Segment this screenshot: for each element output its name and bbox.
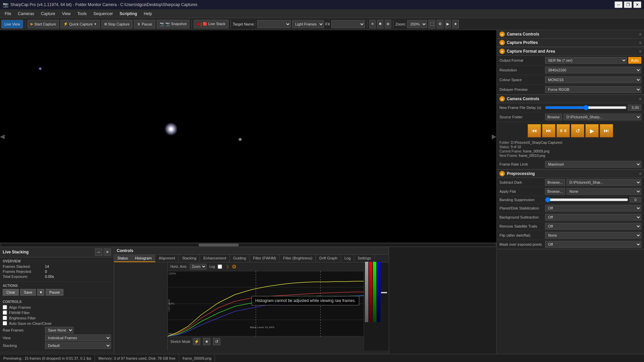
cross-btn[interactable]: ✖ — [377, 20, 383, 28]
zoom-select[interactable]: 200% — [407, 20, 427, 28]
menu-sequencer[interactable]: Sequencer — [90, 11, 116, 17]
transport-refresh-button[interactable]: ↺ — [571, 124, 584, 137]
remove-sat-trails-select[interactable]: Off — [545, 223, 641, 230]
arrow-button[interactable]: ▶ — [445, 20, 451, 28]
planet-disk-stab-select[interactable]: Off — [545, 205, 641, 212]
transport-play-button[interactable]: ▶ — [585, 124, 599, 137]
next-frame-label: Next Frame: — [499, 154, 518, 158]
mask-overexposed-select[interactable]: Off — [545, 241, 641, 248]
camera-scrollbar-h[interactable] — [0, 243, 496, 247]
apply-flat-select[interactable]: None — [567, 188, 641, 195]
auto-save-checkbox[interactable] — [3, 321, 7, 325]
subtract-dark-select[interactable]: D:\Pictures\0_Shar... — [567, 179, 641, 186]
auto-button[interactable]: Auto — [628, 57, 641, 64]
mask-overexposed-val: Off — [545, 241, 641, 248]
tab-filter-fwhm[interactable]: Filter (FWHM) — [250, 255, 280, 262]
ls-stacking-select[interactable]: Default — [45, 342, 111, 349]
source-folder-label: Source Folder — [499, 115, 543, 119]
live-stack-button[interactable]: | 🔴 Live Stack — [194, 20, 228, 28]
tab-filter-brightness[interactable]: Filter (Brightness) — [280, 255, 316, 262]
zoom-fit-button[interactable]: ⛶ — [428, 20, 435, 28]
ls-view-select[interactable]: Individual Frames — [45, 335, 111, 341]
banding-suppression-slider[interactable] — [545, 197, 628, 202]
capture-profiles-header[interactable]: ▲ Capture Profiles ≡ — [497, 39, 644, 47]
new-frame-delay-slider[interactable] — [545, 105, 627, 110]
source-folder-browse-button[interactable]: Browse — [545, 114, 562, 120]
settings-button[interactable]: ⚙ — [437, 20, 443, 28]
transport-prev-button[interactable]: ⏭ — [542, 124, 555, 137]
capture-format-header[interactable]: ▲ Capture Format and Area ≡ — [497, 47, 644, 56]
transport-pause-button[interactable]: ⏸⏸ — [556, 124, 570, 137]
bg-subtraction-select[interactable]: Off — [545, 214, 641, 221]
quick-capture-button[interactable]: ⚡ Quick Capture ▼ — [60, 20, 100, 28]
camera-controls-sub-header[interactable]: ▲ Camera Controls ≡ — [497, 95, 644, 103]
ls-pause-button[interactable]: Pause — [46, 289, 63, 296]
delete-btn[interactable]: ✕ — [369, 20, 376, 28]
ls-save-button[interactable]: Save — [20, 289, 36, 296]
frame-rate-limit-select[interactable]: Maximum — [545, 161, 641, 168]
fx-select[interactable] — [331, 20, 365, 28]
preprocessing-header[interactable]: ▲ Preprocessing ≡ — [497, 170, 644, 178]
tab-status[interactable]: Status — [114, 255, 131, 262]
stop-capture-button[interactable]: Stop Capture — [101, 20, 133, 28]
stretch-settings-btn[interactable]: ⚡ — [193, 338, 200, 345]
pause-button[interactable]: ⏸ Pause — [134, 20, 155, 28]
tab-settings[interactable]: Settings — [354, 255, 375, 262]
tab-log[interactable]: Log — [341, 255, 354, 262]
brightness-filter-checkbox[interactable] — [3, 316, 7, 320]
close-button[interactable]: ✕ — [633, 1, 641, 8]
menu-tools[interactable]: Tools — [74, 11, 90, 17]
source-folder-select[interactable]: D:\Pictures\0_Sharp... — [564, 114, 641, 120]
menu-scripting[interactable]: Scripting — [116, 11, 141, 17]
menu-file[interactable]: File — [1, 11, 14, 17]
scroll-left-btn[interactable]: ◀ — [0, 133, 5, 140]
scrollbar-thumb[interactable] — [199, 244, 239, 246]
x-btn[interactable]: ⊗ — [385, 20, 391, 28]
fwhm-filter-checkbox[interactable] — [3, 310, 7, 315]
svg-text:0%: 0% — [168, 332, 173, 336]
tab-stacking[interactable]: Stacking — [179, 255, 200, 262]
ls-clear-button[interactable]: Clear — [3, 289, 19, 296]
colour-space-select[interactable]: MONO16 — [545, 76, 641, 83]
tab-alignment[interactable]: Alignment — [155, 255, 179, 262]
align-frames-checkbox[interactable] — [3, 305, 7, 309]
tab-drift-graph[interactable]: Drift Graph — [316, 255, 341, 262]
tab-guiding[interactable]: Guiding — [230, 255, 250, 262]
menu-cameras[interactable]: Cameras — [14, 11, 38, 17]
menu-view[interactable]: View — [59, 11, 74, 17]
subtract-dark-browse-btn[interactable]: Browse... — [545, 179, 565, 186]
camera-view[interactable]: ◀ ▶ — [0, 30, 496, 243]
stretch-star-btn[interactable]: ★ — [203, 338, 210, 345]
transport-skip-back-button[interactable]: ⏮ — [528, 124, 541, 137]
target-name-select[interactable] — [257, 20, 291, 28]
ls-view-label: View — [3, 336, 43, 340]
minimize-button[interactable]: ─ — [614, 1, 623, 8]
colour-space-label: Colour Space — [499, 78, 543, 82]
resolution-select[interactable]: 3840x2160 — [545, 67, 641, 73]
ls-close-btn[interactable]: ✕ — [104, 248, 111, 256]
apply-flat-browse-btn[interactable]: Browse... — [545, 188, 565, 195]
snapshot-button[interactable]: 📷 📷 Snapshot — [157, 20, 190, 28]
ls-minimize-btn[interactable]: ─ — [95, 248, 102, 256]
stretch-reset-btn[interactable]: ↺ — [213, 338, 220, 345]
ls-save-dropdown-button[interactable]: ▼ — [37, 289, 44, 296]
horiz-axis-select[interactable]: Zoom — [190, 264, 207, 269]
flip-select[interactable]: None — [545, 232, 641, 239]
star-button[interactable]: ★ — [452, 20, 459, 28]
live-view-button[interactable]: Live View — [1, 20, 23, 28]
start-capture-button[interactable]: ▶ Start Capture — [28, 20, 59, 28]
tab-histogram[interactable]: Histogram — [131, 255, 155, 262]
debayer-preview-select[interactable]: Force RGGB — [545, 86, 641, 93]
tab-enhancement[interactable]: Enhancement — [200, 255, 230, 262]
menu-capture[interactable]: Capture — [38, 11, 59, 17]
output-format-select[interactable]: SER file (*.ser) — [545, 57, 627, 64]
light-frames-select[interactable]: Light Frames — [292, 20, 324, 28]
transport-skip-fwd-button[interactable]: ⏭ — [600, 124, 613, 137]
folder-label: Folder: — [499, 141, 510, 144]
log-checkbox[interactable] — [218, 264, 222, 269]
menu-help[interactable]: Help — [141, 11, 156, 17]
maximize-button[interactable]: ❐ — [624, 1, 632, 8]
ls-raw-frames-select[interactable]: Save None — [45, 327, 73, 334]
camera-controls-header[interactable]: ▲ Camera Controls ≡ — [497, 30, 644, 39]
scroll-right-btn[interactable]: ▶ — [492, 133, 496, 140]
